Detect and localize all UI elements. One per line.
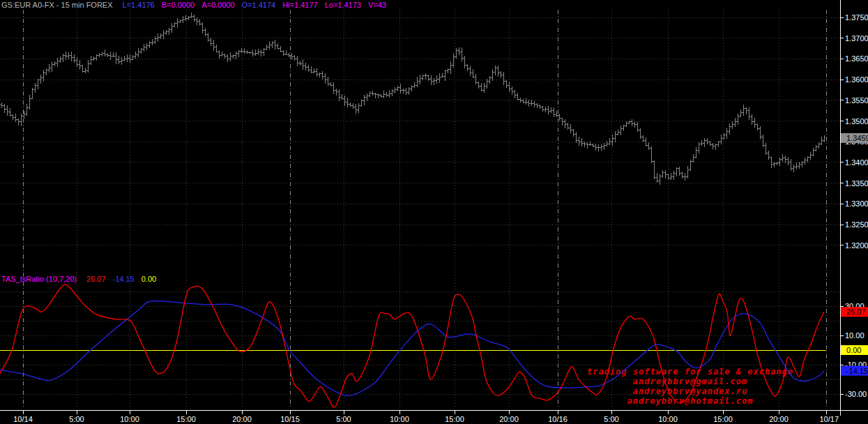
quote-field-v: V=43 xyxy=(368,1,386,9)
slow-value-badge-label: -14.15 xyxy=(846,367,868,375)
price-axis[interactable]: 1.37501.37001.36501.36001.35501.35001.34… xyxy=(840,13,868,250)
trading-chart-window: 1.37501.37001.36501.36001.35501.35001.34… xyxy=(0,0,868,424)
price-tick-label: 1.3350 xyxy=(845,179,868,188)
price-tick-label: 1.3650 xyxy=(845,54,868,63)
indicator-value-0: 26.07 xyxy=(86,275,106,283)
price-tick-label: 1.3550 xyxy=(845,96,868,105)
time-tick-label: 5:00 xyxy=(604,415,618,423)
time-tick-label: 5:00 xyxy=(336,415,351,423)
quote-field-o: O=1.4174 xyxy=(242,1,276,9)
tsratio-fast-line xyxy=(0,285,824,407)
time-tick-label: 20:00 xyxy=(499,415,519,423)
time-tick-label: 10:00 xyxy=(390,415,409,423)
time-tick-label: 10:00 xyxy=(120,415,139,423)
indicator-header: TAS_tsRatio (10,7,20)26.07-14.150.00 xyxy=(1,275,163,283)
quote-field-a: A=0.0000 xyxy=(201,1,234,9)
time-tick-label: 10/16 xyxy=(548,415,568,423)
symbol-label: GS:EUR A0-FX - 15 min FOREX xyxy=(1,1,113,9)
quote-fields: L=1.4176B=0.0000A=0.0000O=1.4174Hi=1.417… xyxy=(123,1,393,9)
time-tick-label: 20:00 xyxy=(769,415,789,423)
indicator-value-1: -14.15 xyxy=(113,275,135,283)
time-tick-label: 5:00 xyxy=(69,415,84,423)
price-tick-marks xyxy=(840,17,844,245)
chart-title-bar: GS:EUR A0-FX - 15 min FOREXL=1.4176B=0.0… xyxy=(1,1,393,9)
quote-field-b: B=0.0000 xyxy=(162,1,195,9)
quote-field-l: L=1.4176 xyxy=(123,1,155,9)
time-tick-label: 10:00 xyxy=(658,415,678,423)
indicator-name: TAS_tsRatio (10,7,20) xyxy=(1,275,77,283)
oscillator-axis[interactable]: 30.0010.00-10.00-30.0026.070.00-14.15 xyxy=(840,302,868,398)
osc-tick-label: 10.00 xyxy=(845,331,865,340)
price-tick-label: 1.3600 xyxy=(845,75,868,84)
price-tick-label: 1.3700 xyxy=(845,34,868,43)
time-tick-label: 15:00 xyxy=(176,415,196,423)
indicator-value-2: 0.00 xyxy=(142,275,156,283)
time-axis[interactable]: 10/145:0010:0015:0020:0010/155:0010:0015… xyxy=(13,410,840,423)
time-tick-marks xyxy=(23,410,840,414)
fast-value-badge-label: 26.07 xyxy=(846,308,866,316)
time-tick-label: 15:00 xyxy=(445,415,464,423)
tsratio-slow-line xyxy=(0,301,824,395)
price-tick-label: 1.3500 xyxy=(845,117,868,126)
quote-field-hi: Hi=1.4177 xyxy=(282,1,317,9)
zero-badge-label: 0.00 xyxy=(846,346,861,354)
time-tick-label: 10/14 xyxy=(13,415,33,423)
price-tick-label: 1.3200 xyxy=(845,241,868,250)
price-tick-label: 1.3400 xyxy=(845,158,868,167)
time-tick-label: 10/17 xyxy=(819,415,839,423)
chart-canvas[interactable]: 1.37501.37001.36501.36001.35501.35001.34… xyxy=(0,0,868,424)
time-tick-label: 15:00 xyxy=(713,415,733,423)
time-tick-label: 10/15 xyxy=(280,415,300,423)
quote-field-lo: Lo=1.4173 xyxy=(325,1,361,9)
indicator-values: 26.07-14.150.00 xyxy=(86,275,163,283)
price-tick-label: 1.3300 xyxy=(845,199,868,208)
osc-tick-label: -30.00 xyxy=(845,390,867,398)
price-tick-label: 1.3250 xyxy=(845,220,868,229)
time-tick-label: 20:00 xyxy=(232,415,252,423)
last-price-badge-label: 1.3459 xyxy=(846,134,868,142)
axis-frame xyxy=(0,0,868,416)
price-tick-label: 1.3750 xyxy=(845,13,868,22)
